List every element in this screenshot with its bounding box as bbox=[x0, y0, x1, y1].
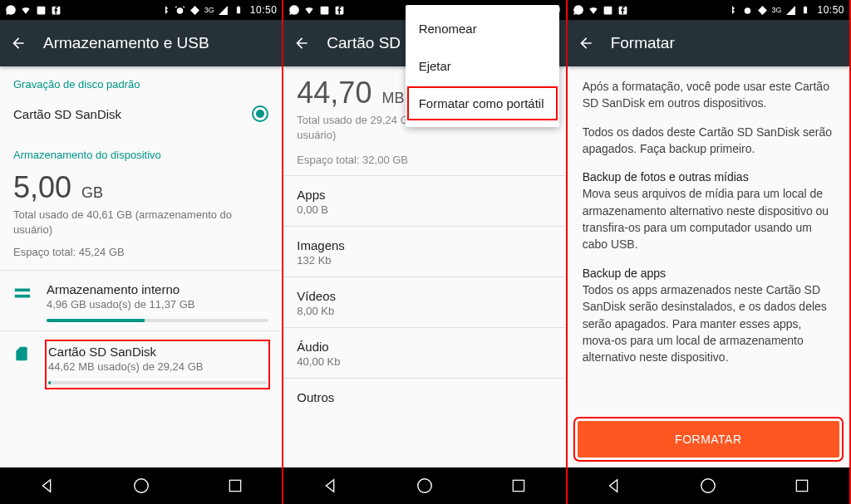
svg-rect-0 bbox=[37, 6, 45, 14]
back-button[interactable] bbox=[10, 35, 27, 51]
svg-rect-6 bbox=[15, 295, 30, 298]
section-default-write: Gravação de disco padrão bbox=[0, 66, 282, 97]
bluetooth-icon bbox=[726, 4, 738, 16]
svg-rect-16 bbox=[604, 6, 612, 14]
whatsapp-icon bbox=[5, 4, 17, 16]
page-title: Armazenamento e USB bbox=[43, 34, 209, 52]
network-label: 3G bbox=[204, 6, 214, 14]
clock: 10:50 bbox=[250, 4, 278, 16]
format-button[interactable]: FORMATAR bbox=[578, 421, 839, 458]
cat-title: Vídeos bbox=[297, 289, 552, 303]
status-bar: 3G 10:50 bbox=[0, 0, 282, 20]
whatsapp-icon bbox=[288, 4, 300, 16]
cat-title: Apps bbox=[297, 188, 552, 202]
category-audio[interactable]: Áudio 40,00 Kb bbox=[283, 327, 565, 378]
sd-usage-value: 44,70 bbox=[297, 76, 371, 110]
facebook-icon bbox=[333, 4, 345, 16]
facebook-icon bbox=[50, 4, 61, 16]
svg-rect-15 bbox=[513, 480, 524, 491]
nav-back[interactable] bbox=[320, 475, 342, 497]
back-button[interactable] bbox=[293, 35, 310, 51]
svg-rect-22 bbox=[797, 480, 808, 491]
usage-total: Espaço total: 45,24 GB bbox=[13, 246, 268, 258]
nav-recent[interactable] bbox=[224, 475, 246, 497]
nav-bar bbox=[0, 467, 282, 504]
format-p4: Todos os apps armazenados neste Cartão S… bbox=[583, 283, 827, 364]
network-label: 3G bbox=[771, 6, 781, 14]
svg-point-18 bbox=[745, 7, 751, 14]
menu-format-portable[interactable]: Formatar como portátil bbox=[406, 85, 559, 122]
sdcard-icon bbox=[13, 343, 32, 363]
content: Após a formatação, você pode usar este C… bbox=[568, 66, 849, 467]
menu-eject[interactable]: Ejetar bbox=[406, 47, 559, 85]
internal-storage-item[interactable]: Armazenamento interno 4,96 GB usado(s) d… bbox=[0, 271, 282, 330]
internal-progress bbox=[47, 319, 268, 322]
nav-home[interactable] bbox=[130, 475, 152, 497]
section-device-storage: Armazenamento do dispositivo bbox=[0, 137, 282, 168]
sdcard-title: Cartão SD SanDisk bbox=[48, 345, 267, 359]
svg-rect-5 bbox=[15, 289, 30, 292]
battery-icon bbox=[233, 4, 244, 16]
nav-home[interactable] bbox=[414, 475, 435, 497]
radio-selected-icon bbox=[252, 105, 268, 122]
page-title: Cartão SD bbox=[327, 34, 401, 52]
svg-rect-20 bbox=[805, 6, 807, 7]
svg-point-14 bbox=[418, 479, 432, 493]
cat-value: 8,00 Kb bbox=[297, 305, 552, 317]
image-icon bbox=[318, 4, 330, 16]
wifi-icon bbox=[588, 4, 599, 16]
menu-rename[interactable]: Renomear bbox=[406, 10, 559, 47]
nav-back[interactable] bbox=[37, 475, 58, 497]
sdcard-sub: 44,62 MB usado(s) de 29,24 GB bbox=[48, 360, 267, 373]
screen-storage: 3G 10:50 Armazenamento e USB Gravação de… bbox=[0, 0, 283, 504]
cat-value: 132 Kb bbox=[297, 254, 552, 267]
format-h1: Backup de fotos e outras mídias bbox=[583, 170, 749, 183]
alarm-icon bbox=[175, 4, 186, 16]
facebook-icon bbox=[617, 4, 629, 16]
format-h2: Backup de apps bbox=[583, 267, 666, 280]
sdcard-storage-item[interactable]: Cartão SD SanDisk 44,62 MB usado(s) de 2… bbox=[0, 331, 282, 394]
format-p1: Após a formatação, você pode usar este C… bbox=[583, 78, 834, 112]
whatsapp-icon bbox=[573, 4, 584, 16]
svg-rect-4 bbox=[238, 6, 239, 7]
back-button[interactable] bbox=[578, 35, 594, 51]
svg-rect-19 bbox=[804, 7, 807, 13]
app-bar: Armazenamento e USB bbox=[0, 20, 282, 66]
svg-rect-9 bbox=[320, 6, 328, 14]
cat-value: 0,00 B bbox=[297, 203, 552, 216]
status-bar: 3G 10:50 bbox=[568, 0, 849, 20]
category-apps[interactable]: Apps 0,00 B bbox=[283, 175, 565, 226]
clock: 10:50 bbox=[817, 4, 844, 16]
wifi-icon bbox=[20, 4, 32, 16]
default-disk-label: Cartão SD SanDisk bbox=[13, 107, 121, 121]
usage-subtext: Total usado de 40,61 GB (armazenamento d… bbox=[13, 208, 268, 237]
category-other[interactable]: Outros bbox=[283, 378, 565, 414]
sd-usage-unit: MB bbox=[381, 90, 404, 106]
cat-value: 40,00 Kb bbox=[297, 355, 552, 368]
nav-bar bbox=[568, 467, 849, 504]
svg-rect-8 bbox=[229, 480, 240, 491]
content: Gravação de disco padrão Cartão SD SanDi… bbox=[0, 66, 282, 467]
format-p3: Mova seus arquivos de mídia para um loca… bbox=[583, 187, 829, 251]
cat-title: Imagens bbox=[297, 238, 552, 252]
usage-value: 5,00 GB bbox=[13, 173, 268, 203]
nav-recent[interactable] bbox=[508, 475, 529, 497]
nav-home[interactable] bbox=[697, 475, 719, 497]
cat-title: Áudio bbox=[297, 340, 552, 354]
screen-sdcard: 3G 10:50 Cartão SD 44,70 MB Total usado … bbox=[283, 0, 567, 504]
wifi-icon bbox=[303, 4, 315, 16]
nav-back[interactable] bbox=[603, 475, 625, 497]
app-bar: Formatar bbox=[568, 20, 849, 66]
internal-storage-icon bbox=[13, 282, 32, 302]
cat-title: Outros bbox=[297, 390, 552, 404]
svg-point-2 bbox=[177, 7, 184, 14]
alarm-icon bbox=[741, 4, 753, 16]
bluetooth-icon bbox=[160, 4, 171, 16]
image-icon bbox=[603, 4, 614, 16]
category-videos[interactable]: Vídeos 8,00 Kb bbox=[283, 276, 565, 327]
battery-icon bbox=[799, 4, 811, 16]
default-disk-option[interactable]: Cartão SD SanDisk bbox=[0, 97, 282, 137]
nav-recent[interactable] bbox=[791, 475, 813, 497]
category-images[interactable]: Imagens 132 Kb bbox=[283, 226, 565, 276]
device-usage-summary[interactable]: 5,00 GB Total usado de 40,61 GB (armazen… bbox=[0, 168, 282, 270]
